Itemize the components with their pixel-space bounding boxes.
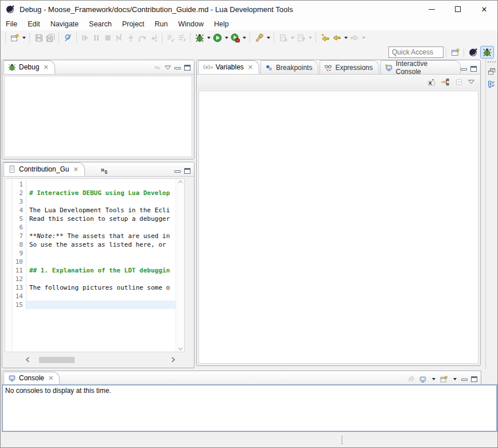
show-logical-structures-button[interactable] bbox=[441, 77, 450, 87]
restore-view-button[interactable] bbox=[487, 67, 496, 76]
next-annotation-button[interactable] bbox=[278, 32, 289, 44]
editor-line[interactable]: 7**Note:** The assets that are used in bbox=[13, 232, 176, 240]
quick-access-input[interactable] bbox=[388, 46, 443, 58]
tab-breakpoints[interactable]: Breakpoints bbox=[260, 60, 318, 74]
minimize-view-button[interactable] bbox=[174, 67, 181, 69]
resume-button[interactable] bbox=[79, 32, 91, 44]
scroll-left-icon[interactable] bbox=[25, 357, 30, 363]
tab-debug[interactable]: Debug ✕ bbox=[3, 60, 55, 74]
debug-dropdown[interactable] bbox=[207, 37, 211, 41]
menu-navigate[interactable]: Navigate bbox=[45, 19, 84, 29]
editor-line[interactable]: 13The following pictures outline some o bbox=[13, 283, 176, 292]
search-dropdown[interactable] bbox=[267, 37, 270, 41]
step-over-button[interactable] bbox=[137, 32, 148, 44]
editor-line[interactable]: 12 bbox=[13, 275, 176, 283]
editor-line[interactable]: 4The Lua Development Tools in the Ecli bbox=[13, 206, 176, 215]
forward-dropdown[interactable] bbox=[362, 37, 365, 41]
debug-button[interactable] bbox=[194, 32, 205, 44]
new-wizard-dropdown[interactable] bbox=[22, 37, 26, 41]
menu-edit[interactable]: Edit bbox=[22, 19, 45, 29]
show-type-names-button[interactable] bbox=[427, 77, 436, 87]
close-window-button[interactable]: ✕ bbox=[471, 1, 497, 18]
previous-annotation-button[interactable] bbox=[295, 32, 307, 44]
menu-run[interactable]: Run bbox=[150, 19, 173, 29]
minimize-view-button[interactable] bbox=[174, 170, 181, 173]
last-edit-location-button[interactable] bbox=[320, 32, 331, 44]
debug-perspective-button[interactable] bbox=[480, 46, 494, 59]
editor-line[interactable]: 1 bbox=[13, 180, 176, 189]
external-tools-dropdown[interactable] bbox=[243, 37, 246, 41]
menu-file[interactable]: File bbox=[1, 19, 22, 29]
scroll-right-icon[interactable] bbox=[171, 357, 176, 363]
save-all-button[interactable] bbox=[45, 32, 56, 44]
previous-annotation-dropdown[interactable] bbox=[309, 37, 312, 41]
editor-text-area[interactable]: 1 2# Interactive DEBUG using Lua Develop… bbox=[5, 178, 185, 352]
editor-line[interactable]: 14 bbox=[13, 292, 176, 301]
variables-view-content[interactable] bbox=[199, 91, 478, 364]
status-drag-handle[interactable] bbox=[341, 436, 343, 444]
minimize-view-button[interactable] bbox=[461, 379, 468, 381]
tab-contribution-guide[interactable]: Contribution_Gu ✕ bbox=[3, 162, 85, 176]
terminate-button[interactable] bbox=[102, 32, 114, 44]
skip-all-breakpoints-button[interactable] bbox=[63, 32, 74, 44]
trim-drag-handle[interactable] bbox=[488, 61, 496, 63]
close-tab-icon[interactable]: ✕ bbox=[73, 166, 78, 173]
maximize-view-button[interactable] bbox=[470, 66, 477, 72]
hidden-editors-chevron[interactable]: »5 bbox=[101, 166, 108, 176]
editor-line[interactable]: 6 bbox=[13, 223, 176, 232]
open-console-dropdown[interactable] bbox=[453, 378, 457, 382]
maximize-view-button[interactable] bbox=[471, 376, 477, 382]
editor-line[interactable]: 9 bbox=[13, 249, 176, 258]
back-button[interactable] bbox=[331, 32, 343, 44]
annotation-ruler[interactable] bbox=[5, 179, 13, 352]
menu-project[interactable]: Project bbox=[117, 19, 150, 29]
maximize-view-button[interactable] bbox=[184, 65, 190, 71]
edit-step-filters-button[interactable] bbox=[176, 32, 188, 44]
scroll-up-icon[interactable] bbox=[178, 180, 183, 184]
menu-search[interactable]: Search bbox=[84, 19, 117, 29]
new-wizard-button[interactable] bbox=[9, 32, 21, 44]
menu-window[interactable]: Window bbox=[173, 19, 209, 29]
close-tab-icon[interactable]: ✕ bbox=[48, 375, 53, 382]
open-perspective-button[interactable] bbox=[450, 46, 461, 58]
step-into-button[interactable] bbox=[125, 32, 137, 44]
view-menu-button[interactable] bbox=[468, 80, 474, 84]
tab-expressions[interactable]: Expressions bbox=[320, 60, 379, 74]
horizontal-scrollbar[interactable] bbox=[25, 356, 176, 364]
open-console-button[interactable] bbox=[440, 375, 448, 383]
scroll-thumb[interactable] bbox=[39, 357, 75, 363]
maximize-view-button[interactable] bbox=[184, 168, 190, 174]
debug-view-content[interactable] bbox=[4, 76, 192, 157]
editor-line[interactable]: 10 bbox=[13, 258, 176, 266]
editor-line[interactable]: 8So use the assets as listed here, or bbox=[13, 240, 176, 249]
pin-console-button[interactable] bbox=[407, 375, 415, 383]
editor-line[interactable]: 11## 1. Explanation of the LDT debuggin bbox=[13, 266, 176, 275]
maximize-window-button[interactable] bbox=[445, 1, 471, 18]
tab-variables[interactable]: (x)= Variables ✕ bbox=[198, 60, 259, 74]
collapse-all-button[interactable] bbox=[454, 77, 464, 87]
minimize-window-button[interactable] bbox=[418, 1, 445, 18]
search-button[interactable] bbox=[254, 32, 265, 44]
disconnect-button[interactable] bbox=[114, 32, 125, 44]
external-tools-button[interactable] bbox=[229, 32, 241, 44]
vertical-scrollbar[interactable] bbox=[176, 179, 184, 352]
step-return-button[interactable] bbox=[148, 32, 159, 44]
back-dropdown[interactable] bbox=[344, 37, 348, 41]
next-annotation-dropdown[interactable] bbox=[291, 37, 294, 41]
close-tab-icon[interactable]: ✕ bbox=[248, 64, 253, 71]
tab-interactive-console[interactable]: Interactive Console bbox=[380, 60, 461, 74]
display-console-dropdown[interactable] bbox=[432, 378, 435, 382]
view-menu-button[interactable] bbox=[165, 65, 171, 70]
menu-help[interactable]: Help bbox=[209, 19, 234, 29]
use-step-filters-button[interactable] bbox=[165, 32, 176, 44]
remove-all-terminated-button[interactable] bbox=[153, 64, 161, 72]
console-output[interactable]: No consoles to display at this time. bbox=[2, 384, 497, 432]
close-tab-icon[interactable]: ✕ bbox=[43, 64, 48, 71]
minimize-view-button[interactable] bbox=[461, 68, 467, 71]
editor-line[interactable]: 5Read this section to setup a debugger bbox=[13, 215, 176, 223]
save-button[interactable] bbox=[33, 32, 45, 44]
run-button[interactable] bbox=[212, 32, 223, 44]
outline-view-button[interactable] bbox=[487, 80, 496, 89]
scroll-track[interactable] bbox=[30, 356, 171, 364]
lua-perspective-button[interactable] bbox=[466, 46, 480, 59]
